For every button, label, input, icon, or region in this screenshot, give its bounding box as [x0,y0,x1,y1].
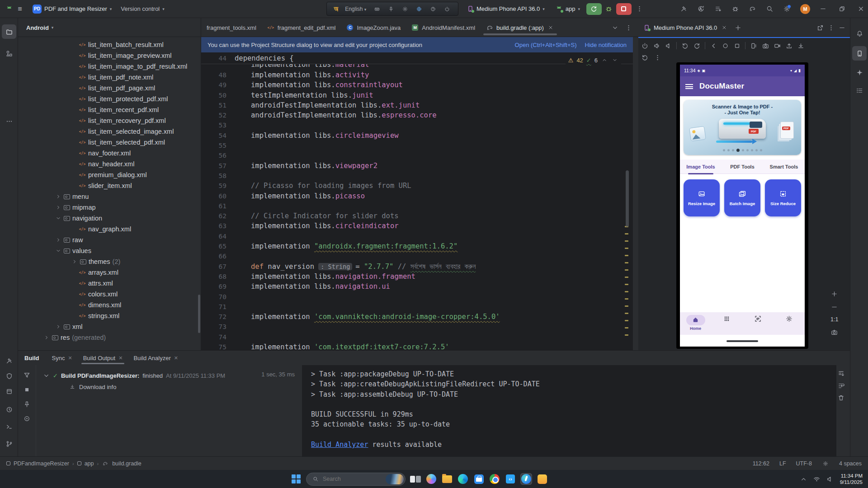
gradle-sync-icon[interactable] [749,5,756,13]
chrome-taskbar-button[interactable] [489,473,500,485]
tab-ImageZoom.java[interactable]: CImageZoom.java [341,18,406,37]
close-tab-icon[interactable]: ✕ [174,355,178,361]
settings-icon[interactable] [401,5,409,13]
soft-wrap-icon[interactable] [837,382,844,389]
gesture-bar[interactable] [680,335,805,347]
close-tab-icon[interactable]: ✕ [118,355,123,361]
power-icon[interactable] [641,42,648,49]
android-studio-taskbar-button[interactable] [520,473,532,485]
store-taskbar-button[interactable] [473,473,485,485]
panel-options-icon[interactable] [827,24,835,31]
open-project-structure-link[interactable]: Open (Ctrl+Alt+Shift+S) [515,42,577,48]
clear-all-icon[interactable] [837,394,844,401]
file-explorer-taskbar-button[interactable] [441,473,453,485]
nav-overview-icon[interactable] [733,42,741,49]
tree-item-nav_header.xml[interactable]: </>nav_header.xml [18,159,201,169]
avro-icon[interactable]: অ [334,5,338,13]
restore-window-icon[interactable] [838,5,845,13]
breadcrumb-root[interactable]: PDFandImageResizer [14,460,69,467]
nav-back-icon[interactable] [710,42,717,49]
tree-item-list_item_pdf_page.xml[interactable]: </>list_item_pdf_page.xml [18,83,201,94]
breadcrumb[interactable]: PDFandImageResizer › app › build.gradle [6,460,142,467]
vscode-taskbar-button[interactable]: ‹› [505,473,516,485]
edge-taskbar-button[interactable] [457,473,469,485]
hide-notification-link[interactable]: Hide notification [585,42,627,48]
taskbar-search[interactable] [306,473,406,486]
start-button[interactable] [290,473,302,485]
profiler-icon[interactable] [731,5,739,13]
tree-chevron-icon[interactable] [55,215,61,222]
tree-item-mipmap[interactable]: mipmap [18,202,201,213]
nav-apps-grid[interactable] [711,315,742,324]
tree-item-menu[interactable]: menu [18,191,201,202]
tree-item-list_item_image_to_pdf_result.xml[interactable]: </>list_item_image_to_pdf_result.xml [18,61,201,72]
history-icon[interactable] [2,402,16,417]
tree-item-colors.xml[interactable]: </>colors.xml [18,289,201,300]
indent-settings-icon[interactable] [822,460,829,467]
language-selector[interactable]: English ▾ [345,6,366,12]
tree-item-xml[interactable]: xml [18,321,201,332]
tree-item-list_item_selected_image.xml[interactable]: </>list_item_selected_image.xml [18,126,201,137]
search-highlight-thumb[interactable] [386,474,404,484]
device-explorer-icon[interactable] [2,384,16,399]
hide-panel-icon[interactable] [838,24,845,31]
build-tab-Build Analyzer[interactable]: Build Analyzer✕ [129,351,183,365]
build-child-row[interactable]: Download info [69,381,302,392]
running-devices-tab[interactable]: Medium Phone API 36.0 [654,24,717,31]
search-input[interactable] [323,476,382,482]
caret-position[interactable]: 112:62 [753,460,769,467]
rerun-app-button[interactable] [586,3,602,15]
volume-icon[interactable] [826,475,834,483]
browser-icon[interactable] [415,5,423,13]
locate-icon[interactable] [24,415,31,422]
tree-item-strings.xml[interactable]: </>strings.xml [18,310,201,321]
pin-icon[interactable] [24,400,31,408]
tree-item-res[interactable]: res (generated) [18,332,201,343]
help-icon[interactable] [429,5,437,13]
build-console[interactable]: > Task :app:packageDebug UP-TO-DATE> Tas… [302,365,836,457]
tab-pdf-tools[interactable]: PDF Tools [722,160,763,174]
build-tab-Build Output[interactable]: Build Output✕ [79,351,127,365]
snapshot-restore-icon[interactable] [641,54,648,61]
zoom-in-icon[interactable] [831,290,838,297]
open-in-window-icon[interactable] [816,24,824,31]
version-control-menu[interactable]: Version control ▾ [116,3,169,15]
tree-item-list_item_recovery_pdf.xml[interactable]: </>list_item_recovery_pdf.xml [18,115,201,126]
stop-app-button[interactable] [616,3,632,15]
build-tab-Sync[interactable]: Sync✕ [47,351,77,365]
project-view-header[interactable]: Android ▾ [18,18,201,37]
tree-item-list_item_recent_pdf.xml[interactable]: </>list_item_recent_pdf.xml [18,104,201,115]
scroll-to-end-icon[interactable] [837,370,844,377]
drawer-menu-icon[interactable] [685,84,693,89]
spell-icon[interactable] [387,5,395,13]
tree-item-themes[interactable]: themes (2) [18,256,201,267]
tree-item-nav_footer.xml[interactable]: </>nav_footer.xml [18,148,201,159]
device-selector[interactable]: Medium Phone API 36.0 ▾ [462,3,549,15]
tree-item-list_item_image_preview.xml[interactable]: </>list_item_image_preview.xml [18,50,201,61]
gemini-icon[interactable] [852,65,867,80]
version-control-icon[interactable] [2,436,16,451]
resource-manager-icon[interactable] [2,46,16,61]
rotate-left-icon[interactable] [681,42,689,49]
tree-item-raw[interactable]: raw [18,235,201,245]
copilot-taskbar-button[interactable] [425,473,437,485]
minimize-window-icon[interactable] [819,5,826,13]
breadcrumb-file[interactable]: build.gradle [112,460,142,467]
tree-chevron-icon[interactable] [71,258,78,265]
tree-item-dimens.xml[interactable]: </>dimens.xml [18,300,201,310]
editor-scrollbar[interactable] [626,170,629,227]
build-tool-window-icon[interactable] [2,353,16,368]
user-avatar[interactable]: M [800,4,810,14]
tree-item-values[interactable]: values [18,245,201,256]
prev-problem-icon[interactable] [601,56,608,64]
project-selector[interactable]: PD PDF and Image Resizer ▾ [28,3,116,15]
hidden-tabs-icon[interactable] [611,24,618,31]
nav-settings[interactable] [774,315,805,324]
build-variants-icon[interactable] [714,5,722,13]
promo-banner[interactable]: Scanner & Image to PDF - - Just One Tap!… [684,100,801,155]
new-device-tab-icon[interactable] [734,24,741,31]
settings-icon[interactable] [783,5,790,13]
card-resize-image[interactable]: Resize Image [684,179,720,216]
more-run-options-icon[interactable] [636,5,643,13]
tab-AndroidManifest.xml[interactable]: MAndroidManifest.xml [406,18,481,37]
